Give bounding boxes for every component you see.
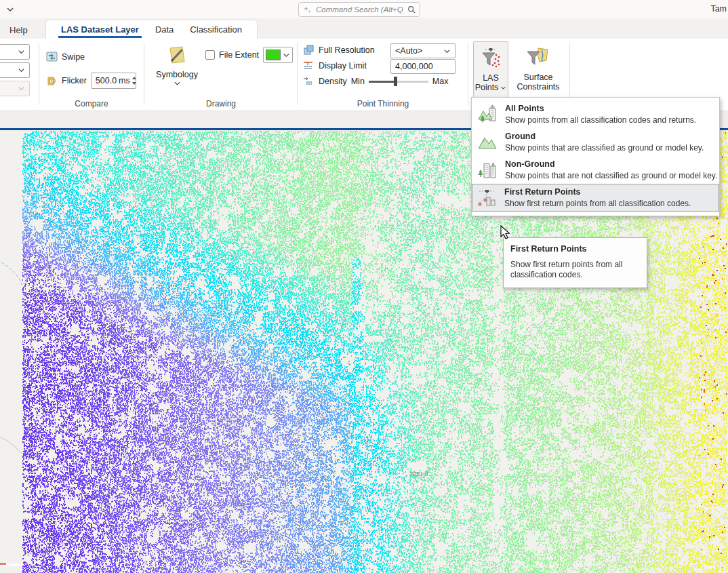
sparkle-icon bbox=[303, 5, 312, 14]
tab-help[interactable]: Help bbox=[7, 21, 31, 39]
contextual-tab-group: LAS Dataset Layer Data Classification bbox=[45, 20, 258, 39]
arcgis-pro-window: Command Search (Alt+Q) Tam Help LAS Data… bbox=[0, 0, 728, 573]
chevron-down-icon bbox=[18, 85, 25, 92]
flicker-icon[interactable] bbox=[46, 75, 58, 87]
tab-data[interactable]: Data bbox=[147, 20, 182, 39]
group-label-point-thinning: Point Thinning bbox=[300, 99, 466, 108]
chevron-down-icon[interactable] bbox=[5, 5, 15, 14]
las-points-menu: All Points Show points from all classifi… bbox=[471, 97, 720, 216]
full-resolution-value: <Auto> bbox=[395, 46, 422, 56]
full-resolution-icon bbox=[303, 44, 315, 56]
extent-color-picker[interactable] bbox=[263, 47, 293, 63]
group-label-compare: Compare bbox=[41, 99, 142, 108]
layer-combo-1[interactable] bbox=[0, 44, 30, 60]
title-bar: Command Search (Alt+Q) Tam bbox=[0, 0, 728, 18]
search-icon[interactable] bbox=[407, 5, 416, 14]
density-min-label: Min bbox=[351, 77, 365, 86]
menu-item-first-return-points[interactable]: First Return Points Show first return po… bbox=[472, 184, 719, 212]
swipe-icon bbox=[46, 51, 58, 62]
search-input[interactable]: Command Search (Alt+Q) bbox=[316, 5, 403, 14]
las-points-label-1: LAS bbox=[483, 73, 499, 83]
group-point-thinning: Full Resolution <Auto> Display Limit bbox=[300, 39, 466, 111]
density-icon bbox=[303, 75, 315, 87]
swipe-button[interactable]: Swipe bbox=[46, 51, 85, 62]
menu-item-title: First Return Points bbox=[504, 187, 691, 197]
non-ground-icon bbox=[478, 160, 498, 180]
display-limit-label: Display Limit bbox=[319, 61, 367, 71]
chevron-down-icon bbox=[18, 48, 25, 56]
chevron-down-icon bbox=[283, 52, 290, 59]
display-limit-icon bbox=[303, 60, 315, 71]
group-drawing: Symbology File Extent Drawing bbox=[146, 39, 296, 111]
menu-item-title: Ground bbox=[505, 132, 704, 141]
chevron-down-icon bbox=[18, 66, 25, 74]
spinner-arrows[interactable] bbox=[132, 75, 136, 86]
group-compare: Swipe Flicker 500.0 ms Compare bbox=[41, 39, 142, 111]
symbology-button[interactable]: Symbology bbox=[155, 40, 199, 86]
tooltip-body: Show first return points from all classi… bbox=[510, 260, 640, 280]
las-points-label-2: Points bbox=[475, 83, 499, 92]
layer-combo-2[interactable] bbox=[0, 62, 30, 78]
menu-item-all-points[interactable]: All Points Show points from all classifi… bbox=[472, 100, 719, 128]
layer-combo-3 bbox=[0, 81, 30, 96]
las-points-icon bbox=[479, 46, 503, 71]
menu-item-title: All Points bbox=[505, 104, 696, 113]
mouse-cursor bbox=[500, 225, 513, 240]
surface-constraints-label-2: Constraints bbox=[517, 82, 559, 92]
display-limit-value: 4,000,000 bbox=[395, 62, 433, 71]
symbology-icon bbox=[165, 44, 188, 67]
ground-icon bbox=[478, 132, 498, 153]
density-label: Density bbox=[319, 77, 347, 86]
surface-constraints-button[interactable]: Surface Constraints bbox=[514, 41, 563, 98]
file-extent-row: File Extent bbox=[205, 47, 293, 63]
full-resolution-label: Full Resolution bbox=[319, 45, 375, 55]
menu-item-title: Non-Ground bbox=[505, 159, 717, 169]
menu-item-desc: Show first return points from all classi… bbox=[504, 199, 691, 208]
chevron-down-icon bbox=[443, 47, 451, 55]
flicker-label[interactable]: Flicker bbox=[62, 76, 87, 85]
layer-combos bbox=[0, 44, 30, 96]
swipe-label: Swipe bbox=[62, 52, 85, 62]
surface-constraints-icon bbox=[526, 45, 550, 70]
flicker-value[interactable]: 500.0 bbox=[96, 76, 117, 85]
user-name[interactable]: Tam bbox=[710, 4, 727, 14]
menu-item-desc: Show points from all classification code… bbox=[505, 115, 696, 125]
display-limit-input[interactable]: 4,000,000 bbox=[390, 59, 456, 74]
command-search[interactable]: Command Search (Alt+Q) bbox=[298, 2, 420, 17]
color-swatch bbox=[266, 50, 281, 60]
first-return-points-icon bbox=[477, 188, 498, 208]
density-slider[interactable] bbox=[369, 77, 428, 86]
all-points-icon bbox=[478, 104, 498, 125]
flicker-unit: ms bbox=[119, 76, 130, 85]
menu-item-desc: Show points that are not classified as g… bbox=[505, 171, 717, 180]
menu-item-ground[interactable]: Ground Show points that are classified a… bbox=[472, 128, 719, 156]
file-extent-label: File Extent bbox=[219, 50, 259, 60]
menu-item-non-ground[interactable]: Non-Ground Show points that are not clas… bbox=[472, 156, 719, 184]
chevron-down-icon bbox=[174, 81, 181, 86]
flicker-interval-input[interactable]: 500.0 ms bbox=[91, 73, 136, 89]
surface-constraints-label-1: Surface bbox=[523, 73, 552, 82]
full-resolution-combo[interactable]: <Auto> bbox=[390, 43, 456, 58]
ribbon-tab-row: Help LAS Dataset Layer Data Classificati… bbox=[0, 18, 728, 39]
slider-handle[interactable] bbox=[394, 77, 397, 86]
tab-las-dataset-layer[interactable]: LAS Dataset Layer bbox=[53, 20, 147, 39]
density-max-label: Max bbox=[432, 77, 449, 86]
first-return-points-tooltip: First Return Points Show first return po… bbox=[503, 237, 647, 288]
menu-item-desc: Show points that are classified as groun… bbox=[505, 143, 704, 153]
tooltip-title: First Return Points bbox=[510, 244, 640, 254]
chevron-down-icon bbox=[500, 85, 506, 90]
file-extent-checkbox[interactable] bbox=[205, 50, 215, 60]
las-points-button[interactable]: LAS Points bbox=[473, 41, 508, 98]
tab-classification[interactable]: Classification bbox=[182, 20, 250, 39]
group-label-drawing: Drawing bbox=[146, 99, 296, 108]
flicker-row: Flicker 500.0 ms bbox=[46, 73, 136, 89]
symbology-label: Symbology bbox=[156, 70, 198, 79]
